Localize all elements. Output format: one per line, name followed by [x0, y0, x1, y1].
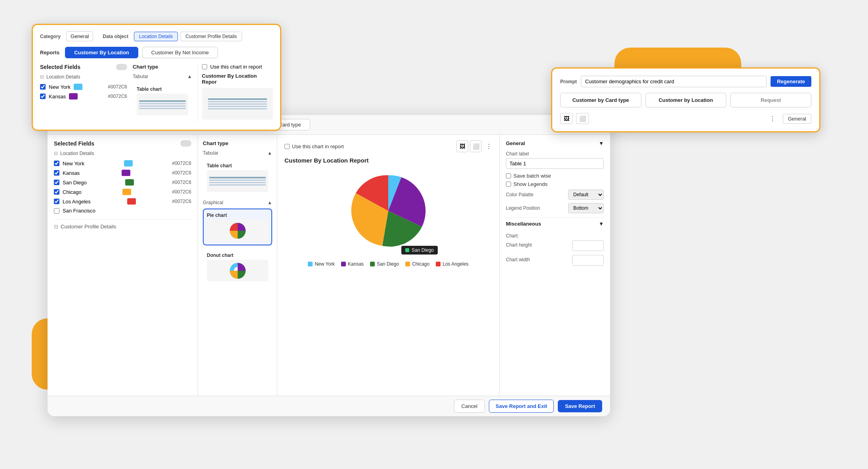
popup-newyork-hex: #0072C6	[108, 84, 127, 90]
losangeles-checkbox[interactable]	[54, 199, 59, 204]
popup-table-chart-option[interactable]: Table chart	[133, 82, 192, 119]
sanfrancisco-checkbox[interactable]	[54, 208, 59, 214]
show-legends-label: Show Legends	[513, 181, 548, 187]
sanfrancisco-label: San Francisco	[63, 208, 95, 214]
popup-report-tab-location[interactable]: Customer By Location	[65, 47, 138, 58]
save-button[interactable]: Save Report	[558, 400, 602, 412]
ai-prompt-row: Prompt Regenerate	[560, 76, 811, 87]
save-exit-button[interactable]: Save Report and Exit	[489, 400, 554, 413]
popup-toggle-icon[interactable]	[116, 64, 127, 70]
popup-use-chart-checkbox[interactable]	[202, 64, 207, 69]
selected-fields-label: Selected Fields	[54, 140, 94, 147]
chart-height-input[interactable]	[572, 240, 604, 251]
general-section-header[interactable]: General ▼	[506, 140, 604, 146]
ai-three-dot-menu[interactable]: ⋮	[769, 115, 776, 123]
ai-btn-location[interactable]: Customer by Location	[645, 93, 727, 107]
popup-kansas-swatch	[69, 93, 78, 100]
popup-kansas-hex: #0072C6	[108, 94, 127, 99]
kansas-checkbox[interactable]	[54, 170, 59, 176]
save-batch-checkbox[interactable]	[506, 173, 511, 178]
table-chart-option[interactable]: Table chart	[203, 159, 272, 196]
toggle-icon[interactable]	[180, 140, 191, 147]
sandiego-label: San Diego	[63, 180, 87, 186]
popup-tabular-chevron: ▲	[187, 74, 192, 79]
legend-kansas-label: Kansas	[348, 261, 364, 267]
legend-sandiego-dot	[370, 262, 375, 266]
pie-chart-option[interactable]: Pie chart	[203, 209, 272, 245]
main-card: Reports Customer By Location Customer By…	[48, 115, 610, 416]
legend-losangeles-label: Los Angeles	[443, 261, 468, 267]
customer-profile-header: ⊟ Customer Profile Details	[54, 224, 191, 230]
chicago-checkbox[interactable]	[54, 189, 59, 195]
three-dot-menu[interactable]: ⋮	[486, 143, 492, 150]
save-batch-row: Save batch wise	[506, 173, 604, 179]
table-chart-thumb	[207, 170, 268, 192]
popup-newyork-swatch	[74, 84, 82, 90]
general-label: General	[506, 140, 525, 146]
regenerate-button[interactable]: Regenerate	[771, 76, 811, 87]
popup-card-ai: Prompt Regenerate Customer by Card type …	[551, 67, 820, 132]
pie-chart-label: Pie chart	[207, 212, 227, 218]
view-icon-image[interactable]: 🖼	[456, 140, 468, 152]
graphical-label: Graphical	[203, 200, 223, 205]
donut-chart-option[interactable]: Donut chart	[203, 249, 272, 285]
field-kansas: Kansas #0072C6	[54, 168, 191, 178]
popup-report-tab-income[interactable]: Customer By Net Income	[142, 47, 218, 58]
kansas-hex: #0072C6	[172, 170, 191, 176]
content-top-bar: Use this chart in report 🖼 ⬜ ⋮	[284, 140, 492, 152]
table-chart-label: Table chart	[207, 163, 232, 168]
popup-location-group: ⊟ Location Details New York #0072C6 Kans…	[40, 74, 127, 101]
popup-newyork-checkbox[interactable]	[40, 84, 46, 90]
color-palette-row: Color Palatte Default	[506, 190, 604, 200]
field-chicago: Chicago #0072C6	[54, 187, 191, 197]
main-left-panel: Selected Fields ⊟ Location Details New Y…	[48, 135, 198, 396]
popup-table-thumb	[137, 94, 188, 115]
sandiego-checkbox[interactable]	[54, 180, 59, 185]
ai-general-tag: General	[783, 114, 811, 124]
show-legends-checkbox[interactable]	[506, 182, 511, 187]
selected-fields-header: Selected Fields	[54, 140, 191, 147]
chart-label-input[interactable]	[506, 158, 604, 169]
donut-chart-label: Donut chart	[207, 253, 233, 258]
chicago-hex: #0072C6	[172, 189, 191, 195]
tabular-chevron-icon: ▲	[267, 150, 272, 156]
ai-btn-cardtype[interactable]: Customer by Card type	[560, 93, 641, 107]
use-chart-checkbox[interactable]	[284, 144, 290, 149]
chicago-swatch	[122, 189, 131, 195]
popup-kansas-checkbox[interactable]	[40, 94, 46, 99]
popup-left-panel: Selected Fields ⊟ Location Details New Y…	[40, 64, 127, 123]
field-newyork: New York #0072C6	[54, 159, 191, 168]
legend-chicago-label: Chicago	[412, 261, 429, 267]
view-icon-table[interactable]: ⬜	[470, 140, 482, 152]
chart-width-input[interactable]	[572, 255, 604, 266]
misc-header[interactable]: Miscellaneous ▼	[506, 217, 604, 230]
popup-tabular-header[interactable]: Tabular ▲	[133, 74, 192, 79]
newyork-label: New York	[63, 161, 84, 167]
chart-display-area: San Diego New York Kansas San Diego	[284, 169, 492, 267]
newyork-hex: #0072C6	[172, 161, 191, 166]
legend-newyork-label: New York	[315, 261, 335, 267]
color-palette-select[interactable]: Default	[568, 190, 604, 200]
tabular-label: Tabular	[203, 150, 218, 156]
tabular-section-header[interactable]: Tabular ▲	[203, 150, 272, 156]
sandiego-swatch	[125, 179, 134, 186]
ai-btn-request[interactable]: Request	[730, 93, 811, 107]
prompt-input[interactable]	[581, 76, 767, 87]
pie-chart-thumb	[207, 220, 268, 241]
chart-label-label: Chart label	[506, 151, 604, 157]
popup-right-panel: Chart type Tabular ▲ Table chart	[133, 64, 192, 123]
graphical-section-header[interactable]: Graphical ▲	[203, 200, 272, 205]
donut-chart-thumb	[207, 260, 268, 281]
popup-table-chart-label: Table chart	[137, 86, 162, 92]
ai-view-table-btn[interactable]: ⬜	[576, 113, 589, 124]
ai-view-image-btn[interactable]: 🖼	[560, 113, 573, 124]
data-obj-tab-profile[interactable]: Customer Profile Details	[180, 32, 242, 41]
data-obj-tab-location[interactable]: Location Details	[134, 32, 178, 41]
main-content-area: Use this chart in report 🖼 ⬜ ⋮ Customer …	[277, 135, 499, 396]
newyork-checkbox[interactable]	[54, 161, 59, 166]
popup-chart-type-label: Chart type	[133, 64, 192, 70]
cancel-button[interactable]: Cancel	[454, 400, 485, 413]
legend-chicago-dot	[405, 262, 410, 266]
legend-position-select[interactable]: Bottom	[568, 203, 604, 213]
field-sandiego: San Diego #0072C6	[54, 178, 191, 187]
